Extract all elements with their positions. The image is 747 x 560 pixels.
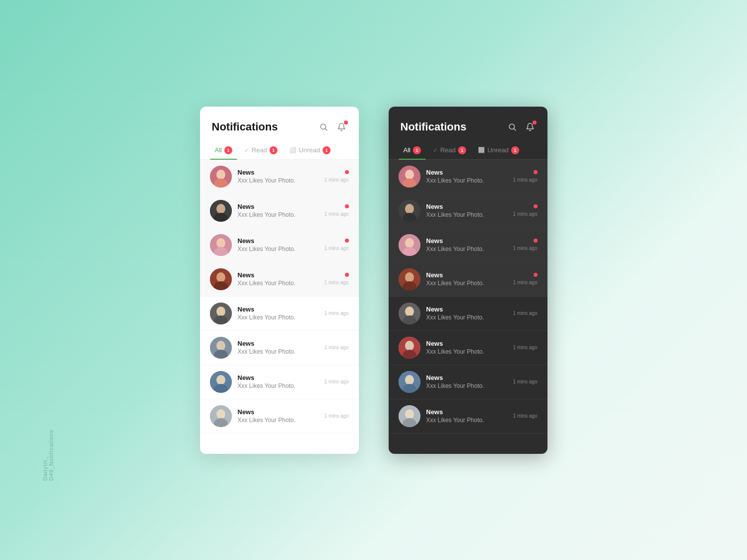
notification-meta: 1 mins ago [325,239,349,251]
tab-read-badge-dark: 1 [458,146,466,154]
notification-item[interactable]: News Xxx Likes Your Photo. 1 mins ago [200,399,359,434]
notification-meta: 1 mins ago [513,204,538,217]
search-button-dark[interactable] [507,122,518,132]
avatar [210,303,232,324]
avatar [210,371,232,393]
notification-content: News Xxx Likes Your Photo. [426,408,509,424]
notification-meta: 1 mins ago [513,273,538,285]
unread-dot [345,273,349,277]
notification-content: News Xxx Likes Your Photo. [426,169,509,184]
unread-dot [534,170,538,174]
tab-read-dark[interactable]: ✓ Read 1 [428,141,471,159]
notification-meta: 1 mins ago [513,413,538,419]
avatar-svg [399,337,420,359]
notification-time: 1 mins ago [325,345,349,350]
tab-unread-light[interactable]: ⬜ Unread 1 [284,141,336,159]
notification-item[interactable]: News Xxx Likes Your Photo. 1 mins ago [389,365,547,399]
check-icon-light: ✓ [244,147,249,154]
bell-badge-dark [533,121,537,124]
notification-item[interactable]: News Xxx Likes Your Photo. 1 mins ago [389,331,547,365]
notification-item[interactable]: News Xxx Likes Your Photo. 1 mins ago [389,297,547,331]
notification-item[interactable]: News Xxx Likes Your Photo. 1 mins ago [200,160,359,194]
svg-point-9 [216,238,225,248]
notification-meta: 1 mins ago [325,204,349,217]
svg-point-50 [405,409,414,419]
notification-item[interactable]: News Xxx Likes Your Photo. 1 mins ago [389,262,547,297]
notification-time: 1 mins ago [325,413,349,419]
notification-time: 1 mins ago [325,177,349,183]
notification-item[interactable]: News Xxx Likes Your Photo. 1 mins ago [200,194,359,228]
notification-content: News Xxx Likes Your Photo. [238,203,321,218]
dark-panel-title: Notifications [401,121,467,133]
tab-all-dark[interactable]: All 1 [399,141,426,159]
search-button-light[interactable] [318,122,329,132]
notification-item[interactable]: News Xxx Likes Your Photo. 1 mins ago [200,365,359,399]
svg-point-12 [216,272,225,282]
notification-title: News [426,271,509,279]
notification-message: Xxx Likes Your Photo. [238,314,321,321]
avatar-svg [399,234,420,256]
notification-meta: 1 mins ago [325,170,349,183]
notification-time: 1 mins ago [325,211,349,217]
tab-all-label-dark: All [404,146,410,154]
notification-title: News [238,169,321,176]
notification-item[interactable]: News Xxx Likes Your Photo. 1 mins ago [200,331,359,365]
bell-badge-light [344,121,348,124]
notification-title: News [238,271,321,279]
bell-button-dark[interactable] [525,122,536,132]
svg-point-0 [321,124,326,129]
notification-item[interactable]: News Xxx Likes Your Photo. 1 mins ago [389,160,547,194]
notification-item[interactable]: News Xxx Likes Your Photo. 1 mins ago [200,297,359,331]
notification-content: News Xxx Likes Your Photo. [238,340,321,355]
tab-unread-dark[interactable]: ⬜ Unread 1 [473,141,524,159]
tab-all-light[interactable]: All 1 [210,141,237,159]
avatar-svg [399,166,420,187]
notification-meta: 1 mins ago [513,345,538,350]
notification-item[interactable]: News Xxx Likes Your Photo. 1 mins ago [389,399,547,434]
unread-icon-dark: ⬜ [478,147,485,153]
notification-item[interactable]: News Xxx Likes Your Photo. 1 mins ago [200,262,359,297]
panels-container: Notifications All [200,107,547,454]
notification-message: Xxx Likes Your Photo. [238,177,321,184]
notification-message: Xxx Likes Your Photo. [238,246,321,252]
svg-point-47 [405,375,414,385]
notification-title: News [426,408,509,416]
svg-point-26 [509,124,515,129]
unread-dot [534,204,538,208]
light-panel-header: Notifications [200,107,359,141]
notification-content: News Xxx Likes Your Photo. [238,374,321,389]
tab-read-label-dark: Read [440,146,456,154]
svg-point-44 [405,341,414,351]
tab-read-label-light: Read [252,146,267,154]
notification-time: 1 mins ago [513,345,538,350]
notification-title: News [426,169,509,176]
notification-item[interactable]: News Xxx Likes Your Photo. 1 mins ago [200,228,359,262]
svg-point-21 [216,375,225,385]
tab-read-light[interactable]: ✓ Read 1 [239,141,282,159]
avatar-svg [210,166,232,187]
notification-time: 1 mins ago [513,211,538,217]
avatar-svg [399,303,420,324]
svg-line-27 [514,128,515,130]
notification-message: Xxx Likes Your Photo. [426,348,509,355]
notification-message: Xxx Likes Your Photo. [238,348,321,355]
header-icons-light [318,122,347,132]
notification-message: Xxx Likes Your Photo. [238,280,321,287]
avatar [399,268,420,290]
avatar [210,166,232,187]
notification-item[interactable]: News Xxx Likes Your Photo. 1 mins ago [389,228,547,262]
bell-button-light[interactable] [336,122,347,132]
avatar-svg [210,234,232,256]
svg-point-29 [405,170,414,180]
avatar-svg [210,371,232,393]
svg-point-41 [405,307,414,316]
avatar-svg [399,268,420,290]
notification-meta: 1 mins ago [325,379,349,384]
notification-message: Xxx Likes Your Photo. [426,177,509,184]
notification-title: News [238,340,321,347]
watermark-text: DailyUI_D49_Notifications [42,430,54,481]
notification-item[interactable]: News Xxx Likes Your Photo. 1 mins ago [389,194,547,228]
dark-panel-header: Notifications [389,107,547,141]
svg-point-15 [216,307,225,316]
notification-time: 1 mins ago [325,246,349,251]
